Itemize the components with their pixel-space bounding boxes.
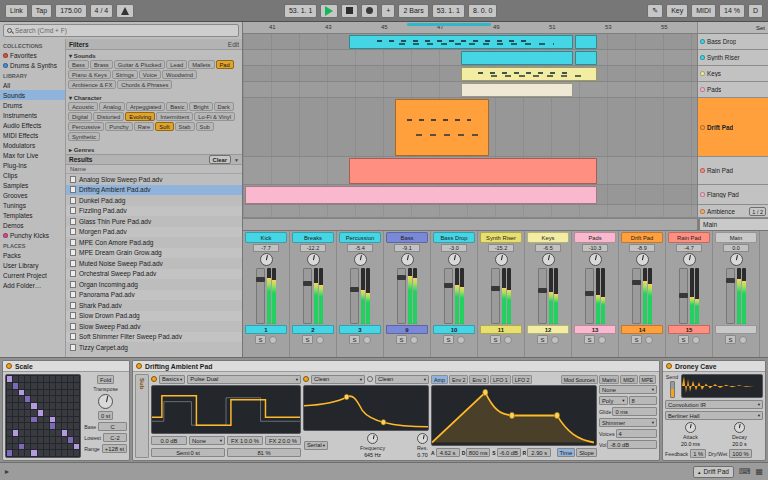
- track-number[interactable]: 2: [292, 325, 334, 334]
- metronome-button[interactable]: [116, 4, 134, 18]
- result-item[interactable]: MPE Con Amore Pad.adg: [66, 237, 242, 248]
- scale-cell[interactable]: [74, 410, 79, 416]
- cue-button[interactable]: [316, 336, 324, 344]
- play-button[interactable]: [320, 4, 338, 18]
- scale-cell[interactable]: [44, 437, 49, 443]
- scale-cell[interactable]: [44, 444, 49, 450]
- scale-cell[interactable]: [13, 376, 18, 382]
- result-item[interactable]: Fizzling Pad.adv: [66, 206, 242, 217]
- voices-value[interactable]: 8: [629, 396, 658, 405]
- result-item[interactable]: Slow Drown Pad.adg: [66, 311, 242, 322]
- cue-button[interactable]: [504, 336, 512, 344]
- scale-cell[interactable]: [44, 417, 49, 423]
- result-item[interactable]: Shark Pad.adv: [66, 300, 242, 311]
- key-map-button[interactable]: Key: [666, 4, 688, 18]
- loop-brace[interactable]: [407, 23, 491, 26]
- scale-cell[interactable]: [74, 437, 79, 443]
- results-clear-button[interactable]: Clear: [209, 155, 232, 164]
- solo-button[interactable]: S: [537, 335, 548, 344]
- scale-cell[interactable]: [68, 390, 73, 396]
- scale-cell[interactable]: [25, 376, 30, 382]
- filter-tag-percussive[interactable]: Percussive: [68, 122, 104, 131]
- scale-cell[interactable]: [13, 430, 18, 436]
- track-header-rain-pad[interactable]: Rain Pad: [698, 157, 768, 185]
- envelope-display[interactable]: [431, 385, 597, 446]
- scale-cell[interactable]: [56, 390, 61, 396]
- scale-cell[interactable]: [62, 403, 67, 409]
- cue-button[interactable]: [410, 336, 418, 344]
- volume-value[interactable]: -8.9: [629, 244, 655, 252]
- scale-cell[interactable]: [74, 444, 79, 450]
- filter-res-value[interactable]: 0.70: [417, 452, 427, 458]
- filter-tag-bass[interactable]: Bass: [68, 60, 89, 69]
- track-number[interactable]: 15: [668, 325, 710, 334]
- wavetable-display[interactable]: [151, 385, 301, 434]
- track-header-bass-drop[interactable]: Bass Drop: [698, 34, 768, 50]
- volume-value[interactable]: -15.2: [488, 244, 514, 252]
- scale-cell[interactable]: [62, 444, 67, 450]
- result-item[interactable]: Drifting Ambient Pad.adv: [66, 185, 242, 196]
- cue-button[interactable]: [598, 336, 606, 344]
- result-item[interactable]: Slow Sweep Pad.adv: [66, 321, 242, 332]
- sidebar-item-modulators[interactable]: Modulators: [0, 140, 65, 150]
- cue-button[interactable]: [269, 336, 277, 344]
- env-tab-env-2[interactable]: Env 2: [449, 375, 469, 384]
- filter-tag-piano-keys[interactable]: Piano & Keys: [68, 70, 111, 79]
- filter-tag-woodwind[interactable]: Woodwind: [162, 70, 197, 79]
- filter-frequency-knob[interactable]: [367, 433, 378, 444]
- device-on-toggle[interactable]: [136, 363, 142, 369]
- track-number[interactable]: 12: [527, 325, 569, 334]
- scale-cell[interactable]: [44, 410, 49, 416]
- mod-tab-midi[interactable]: MIDI: [620, 375, 637, 384]
- pan-knob[interactable]: [307, 253, 320, 266]
- scale-cell[interactable]: [68, 417, 73, 423]
- main-track-name[interactable]: Main: [697, 219, 768, 230]
- scale-cell[interactable]: [19, 430, 24, 436]
- track-chip[interactable]: Bass Drop: [433, 232, 475, 243]
- scale-cell[interactable]: [7, 450, 12, 456]
- filter-tag-brass[interactable]: Brass: [90, 60, 113, 69]
- scale-cell[interactable]: [74, 417, 79, 423]
- track-number[interactable]: 14: [621, 325, 663, 334]
- scale-cell[interactable]: [68, 383, 73, 389]
- sidebar-item-punchy-kicks[interactable]: Punchy Kicks: [0, 230, 65, 240]
- pan-knob[interactable]: [636, 253, 649, 266]
- sub-osc-tab[interactable]: Sub: [139, 375, 145, 389]
- scale-cell[interactable]: [38, 417, 43, 423]
- cue-button[interactable]: [739, 336, 747, 344]
- scale-cell[interactable]: [38, 450, 43, 456]
- scale-cell[interactable]: [7, 444, 12, 450]
- scale-cell[interactable]: [38, 410, 43, 416]
- filter-tag-ambience-fx[interactable]: Ambience & FX: [68, 80, 116, 89]
- scale-cell[interactable]: [13, 437, 18, 443]
- scale-cell[interactable]: [31, 444, 36, 450]
- volume-fader[interactable]: [350, 268, 359, 324]
- volume-value[interactable]: -4.7: [676, 244, 702, 252]
- scale-cell[interactable]: [13, 417, 18, 423]
- scale-cell[interactable]: [68, 423, 73, 429]
- scale-cell[interactable]: [38, 390, 43, 396]
- scale-cell[interactable]: [62, 376, 67, 382]
- sidebar-item-grooves[interactable]: Grooves: [0, 190, 65, 200]
- scale-cell[interactable]: [68, 450, 73, 456]
- result-item[interactable]: Tizzy Carpet.adg: [66, 342, 242, 353]
- filter-tag-chords-phrases[interactable]: Chords & Phrases: [117, 80, 172, 89]
- scale-cell[interactable]: [44, 390, 49, 396]
- track-header-pads[interactable]: Pads: [698, 82, 768, 98]
- filter-tag-voice[interactable]: Voice: [139, 70, 161, 79]
- filter-tag-sub[interactable]: Sub: [196, 122, 214, 131]
- scale-cell[interactable]: [7, 390, 12, 396]
- scale-cell[interactable]: [19, 403, 24, 409]
- scale-cell[interactable]: [62, 383, 67, 389]
- volume-value[interactable]: -10.3: [582, 244, 608, 252]
- quantize-menu[interactable]: 2 Bars: [398, 4, 428, 18]
- scale-cell[interactable]: [74, 376, 79, 382]
- track-header-flangy-pad[interactable]: Flangy Pad: [698, 185, 768, 205]
- scale-cell[interactable]: [19, 417, 24, 423]
- cue-button[interactable]: [457, 336, 465, 344]
- filter-tag-rare[interactable]: Rare: [134, 122, 155, 131]
- scale-cell[interactable]: [25, 403, 30, 409]
- scale-cell[interactable]: [50, 450, 55, 456]
- keyboard-icon[interactable]: ⌨: [739, 467, 751, 476]
- volume-fader[interactable]: [726, 268, 735, 324]
